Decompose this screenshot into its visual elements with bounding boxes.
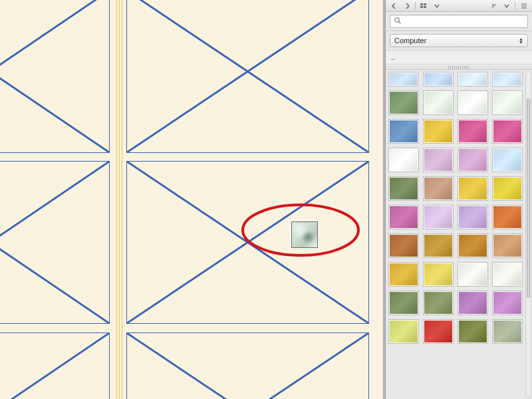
thumbnail[interactable] xyxy=(423,262,454,287)
location-dropdown-label: Computer xyxy=(394,37,426,45)
thumbnail[interactable] xyxy=(388,119,419,144)
column-guide xyxy=(116,0,117,399)
thumbnail-browser[interactable] xyxy=(386,70,532,399)
thumbnail[interactable] xyxy=(423,205,454,229)
svg-line-2 xyxy=(127,0,368,152)
thumbnail[interactable] xyxy=(492,176,523,201)
column-guide xyxy=(119,0,120,399)
toolbar-separator xyxy=(515,2,515,10)
chevron-down-icon[interactable] xyxy=(502,1,511,10)
location-row: Computer ▲▼ xyxy=(386,31,532,51)
thumbnail[interactable] xyxy=(423,119,454,144)
thumbnail[interactable] xyxy=(458,291,488,315)
path-label: .. xyxy=(391,53,395,61)
toolbar-separator xyxy=(415,2,416,10)
svg-line-0 xyxy=(0,0,109,152)
thumbnail[interactable] xyxy=(388,319,419,344)
image-frame[interactable] xyxy=(126,161,369,324)
view-options-icon[interactable] xyxy=(420,1,428,10)
thumbnail[interactable] xyxy=(492,148,523,172)
path-breadcrumb[interactable]: .. xyxy=(386,51,532,65)
svg-rect-14 xyxy=(424,3,426,5)
svg-line-18 xyxy=(399,22,401,24)
thumbnail[interactable] xyxy=(388,291,419,315)
image-frame[interactable] xyxy=(0,0,110,153)
scrollbar-thumb[interactable] xyxy=(527,98,530,298)
image-frame[interactable] xyxy=(126,0,369,153)
thumbnail[interactable] xyxy=(492,90,523,115)
svg-line-3 xyxy=(127,0,368,152)
panel-drag-handle[interactable]: IIIIIIIIIII xyxy=(386,65,532,70)
svg-line-4 xyxy=(0,162,109,323)
drag-preview-thumbnail xyxy=(291,221,318,248)
svg-rect-16 xyxy=(424,6,426,8)
thumbnail[interactable] xyxy=(388,90,419,115)
thumbnail[interactable] xyxy=(423,72,454,86)
column-guide xyxy=(122,0,122,399)
thumbnail[interactable] xyxy=(388,205,419,229)
thumbnail[interactable] xyxy=(458,233,488,258)
image-frame[interactable] xyxy=(0,161,110,324)
thumbnail[interactable] xyxy=(423,148,454,172)
svg-rect-13 xyxy=(420,3,423,5)
thumbnail[interactable] xyxy=(458,176,488,201)
thumbnail[interactable] xyxy=(388,176,419,201)
thumbnail[interactable] xyxy=(423,176,454,201)
thumbnail[interactable] xyxy=(492,262,523,287)
thumbnail[interactable] xyxy=(458,319,488,344)
svg-rect-15 xyxy=(420,6,423,8)
stepper-arrows-icon: ▲▼ xyxy=(519,37,523,44)
assets-panel: Computer ▲▼ .. IIIIIIIIIII xyxy=(385,0,532,399)
search-icon xyxy=(394,17,402,26)
svg-line-8 xyxy=(0,333,109,399)
thumbnail[interactable] xyxy=(492,319,523,344)
thumbnail[interactable] xyxy=(458,90,488,115)
chevron-down-icon[interactable] xyxy=(432,1,441,10)
svg-line-11 xyxy=(127,333,368,399)
svg-line-10 xyxy=(127,333,368,399)
thumbnail[interactable] xyxy=(458,119,488,144)
svg-line-9 xyxy=(0,333,109,399)
search-row xyxy=(386,12,532,31)
thumbnail[interactable] xyxy=(388,72,419,86)
thumbnail[interactable] xyxy=(492,233,523,258)
thumbnail[interactable] xyxy=(458,72,488,86)
svg-line-1 xyxy=(0,0,109,152)
panel-menu-icon[interactable] xyxy=(519,1,528,10)
forward-icon[interactable] xyxy=(402,1,411,10)
thumbnail[interactable] xyxy=(388,233,419,258)
svg-point-17 xyxy=(395,18,399,22)
thumbnail[interactable] xyxy=(388,262,419,287)
svg-line-5 xyxy=(0,162,109,323)
sort-icon[interactable] xyxy=(489,1,498,10)
thumbnail[interactable] xyxy=(388,148,419,172)
search-input[interactable] xyxy=(390,15,528,28)
thumbnail[interactable] xyxy=(492,119,523,144)
thumbnail[interactable] xyxy=(423,319,454,344)
thumbnail[interactable] xyxy=(458,262,488,287)
thumbnail[interactable] xyxy=(492,205,523,229)
thumbnail[interactable] xyxy=(423,90,454,115)
thumbnail[interactable] xyxy=(458,205,488,229)
thumbnail[interactable] xyxy=(423,233,454,258)
layout-canvas[interactable] xyxy=(0,0,383,399)
panel-toolbar xyxy=(386,0,532,12)
image-frame[interactable] xyxy=(0,332,110,399)
thumbnail[interactable] xyxy=(492,72,523,86)
location-dropdown[interactable]: Computer ▲▼ xyxy=(390,34,528,47)
image-frame[interactable] xyxy=(126,332,369,399)
scrollbar[interactable] xyxy=(525,71,531,398)
back-icon[interactable] xyxy=(390,1,398,10)
thumbnail[interactable] xyxy=(458,148,488,172)
thumbnail[interactable] xyxy=(492,291,523,315)
thumbnail[interactable] xyxy=(423,291,454,315)
